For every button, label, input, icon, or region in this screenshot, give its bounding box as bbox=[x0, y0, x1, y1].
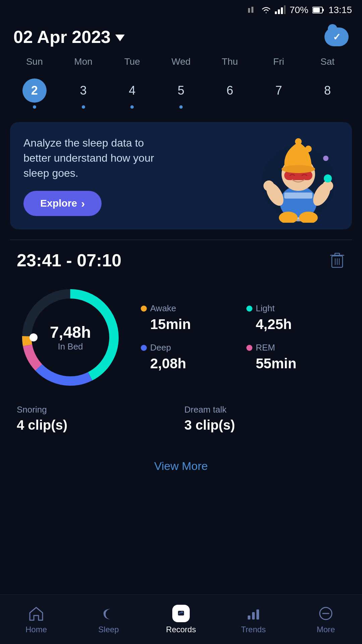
day-dot-4 bbox=[130, 105, 134, 109]
promo-text-area: Analyze the sleep data to better underst… bbox=[23, 136, 164, 216]
svg-rect-26 bbox=[335, 253, 340, 256]
day-header-fri: Fri bbox=[254, 54, 303, 70]
awake-value: 15min bbox=[150, 316, 240, 332]
records-nav-label: Records bbox=[166, 625, 196, 634]
trends-icon bbox=[245, 605, 262, 622]
day-cell-5[interactable]: 5 bbox=[157, 75, 205, 112]
day-dot-5 bbox=[179, 105, 183, 109]
dreamtalk-stat: Dream talk 3 clip(s) bbox=[184, 405, 345, 433]
day-dot-3 bbox=[82, 105, 85, 109]
character-illustration bbox=[245, 136, 339, 216]
decoration-dot-purple bbox=[323, 156, 328, 161]
view-more-row: View More bbox=[0, 449, 362, 479]
bottom-nav: Home Sleep Records bbox=[0, 594, 362, 644]
day-cell-4[interactable]: 4 bbox=[108, 75, 157, 112]
day-number-8: 8 bbox=[315, 78, 340, 103]
svg-rect-1 bbox=[251, 7, 253, 13]
nav-item-trends[interactable]: Trends bbox=[217, 605, 290, 634]
sleep-nav-label: Sleep bbox=[98, 625, 119, 634]
records-icon-wrapper bbox=[172, 605, 190, 622]
snoring-value: 4 clip(s) bbox=[17, 418, 178, 433]
day-header-sat: Sat bbox=[303, 54, 352, 70]
svg-rect-38 bbox=[248, 615, 250, 620]
cloud-sync-button[interactable] bbox=[324, 28, 349, 46]
svg-point-17 bbox=[263, 180, 274, 191]
light-label: Light bbox=[256, 303, 275, 314]
explore-button[interactable]: Explore › bbox=[23, 191, 102, 216]
svg-rect-0 bbox=[248, 8, 250, 13]
sleep-record: 23:41 - 07:10 bbox=[10, 240, 352, 449]
svg-rect-8 bbox=[313, 8, 320, 12]
chevron-down-icon bbox=[115, 35, 125, 41]
delete-button[interactable] bbox=[329, 251, 345, 269]
svg-point-37 bbox=[182, 611, 183, 612]
current-date: 02 Apr 2023 bbox=[13, 27, 111, 47]
more-icon bbox=[317, 605, 335, 622]
snoring-label: Snoring bbox=[17, 405, 178, 415]
stat-awake: Awake 15min bbox=[141, 303, 240, 332]
svg-rect-39 bbox=[252, 612, 255, 620]
header: 02 Apr 2023 bbox=[0, 20, 362, 50]
battery-text: 70% bbox=[290, 5, 308, 15]
stat-deep-header: Deep bbox=[141, 342, 240, 353]
light-value: 4,25h bbox=[256, 316, 345, 332]
nav-item-sleep[interactable]: Sleep bbox=[72, 605, 145, 634]
stat-rem-header: REM bbox=[246, 342, 345, 353]
date-selector[interactable]: 02 Apr 2023 bbox=[13, 27, 125, 47]
trash-icon bbox=[330, 252, 345, 269]
donut-chart: 7,48h In Bed bbox=[17, 284, 124, 391]
promo-description: Analyze the sleep data to better underst… bbox=[23, 136, 164, 180]
day-number-3: 3 bbox=[71, 78, 96, 103]
day-header-tue: Tue bbox=[108, 54, 157, 70]
day-cell-6[interactable]: 6 bbox=[205, 75, 254, 112]
total-sleep-label: In Bed bbox=[58, 341, 83, 352]
deep-value: 2,08h bbox=[150, 356, 240, 372]
stat-awake-header: Awake bbox=[141, 303, 240, 314]
sleep-chart-area: 7,48h In Bed Awake 15min Light 4,25h bbox=[13, 284, 349, 391]
day-cell-8[interactable]: 8 bbox=[303, 75, 352, 112]
calendar: Sun Mon Tue Wed Thu Fri Sat 2 3 4 5 6 7 bbox=[0, 50, 362, 119]
decoration-dot-teal bbox=[324, 174, 332, 182]
signal-icon bbox=[275, 5, 286, 15]
day-number-2: 2 bbox=[22, 78, 47, 103]
awake-dot bbox=[141, 306, 147, 312]
rem-label: REM bbox=[256, 342, 275, 353]
battery-icon bbox=[312, 6, 324, 14]
explore-label: Explore bbox=[40, 198, 77, 209]
sleep-stats-grid: Awake 15min Light 4,25h Deep 2,08h bbox=[141, 303, 345, 372]
day-dot-2 bbox=[33, 105, 36, 109]
snoring-stat: Snoring 4 clip(s) bbox=[17, 405, 178, 433]
sleep-time-range: 23:41 - 07:10 bbox=[17, 250, 121, 270]
home-icon bbox=[27, 605, 45, 622]
promo-banner: Analyze the sleep data to better underst… bbox=[10, 122, 352, 229]
deep-dot bbox=[141, 345, 147, 351]
home-nav-label: Home bbox=[25, 625, 47, 634]
nav-item-records[interactable]: Records bbox=[145, 605, 217, 634]
day-cells: 2 3 4 5 6 7 8 bbox=[10, 75, 352, 112]
svg-point-22 bbox=[282, 165, 315, 173]
sleep-icon bbox=[100, 605, 117, 622]
day-cell-2[interactable]: 2 bbox=[10, 75, 59, 112]
day-cell-3[interactable]: 3 bbox=[59, 75, 108, 112]
day-cell-7[interactable]: 7 bbox=[254, 75, 303, 112]
day-number-7: 7 bbox=[266, 78, 291, 103]
svg-rect-5 bbox=[284, 5, 286, 14]
view-more-button[interactable]: View More bbox=[154, 460, 208, 473]
trends-nav-label: Trends bbox=[241, 625, 266, 634]
light-dot bbox=[246, 306, 252, 312]
more-nav-label: More bbox=[317, 625, 335, 634]
time-text: 13:15 bbox=[328, 5, 352, 15]
nav-item-more[interactable]: More bbox=[290, 605, 362, 634]
nav-item-home[interactable]: Home bbox=[0, 605, 72, 634]
awake-label: Awake bbox=[150, 303, 176, 314]
svg-rect-12 bbox=[284, 193, 312, 199]
total-sleep-value: 7,48h bbox=[50, 323, 91, 341]
stat-rem: REM 55min bbox=[246, 342, 345, 372]
svg-rect-2 bbox=[275, 11, 277, 14]
decoration-dot-yellow bbox=[305, 146, 312, 152]
stat-deep: Deep 2,08h bbox=[141, 342, 240, 372]
stat-light: Light 4,25h bbox=[246, 303, 345, 332]
day-headers: Sun Mon Tue Wed Thu Fri Sat bbox=[10, 54, 352, 70]
status-bar: 70% 13:15 bbox=[0, 0, 362, 20]
stat-light-header: Light bbox=[246, 303, 345, 314]
